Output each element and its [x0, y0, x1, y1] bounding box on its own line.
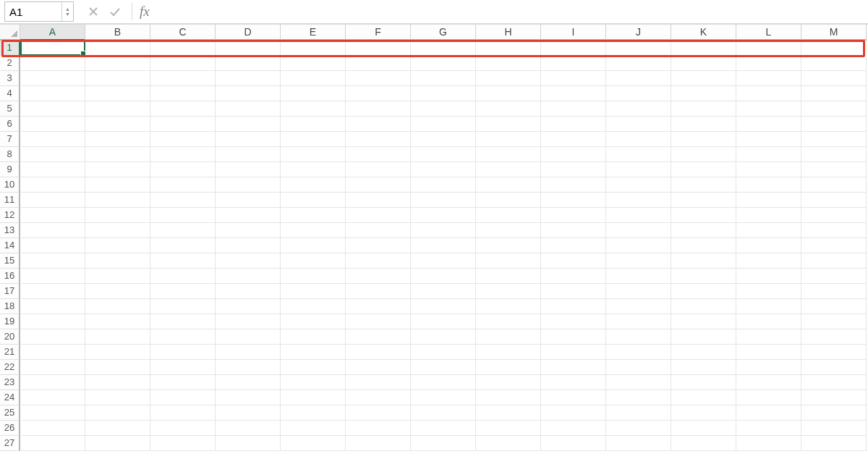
cell-E19[interactable]	[281, 314, 346, 329]
cell-D20[interactable]	[216, 329, 281, 345]
cell-I13[interactable]	[541, 223, 606, 238]
cell-H24[interactable]	[476, 390, 541, 405]
cell-K17[interactable]	[671, 284, 736, 299]
cell-F4[interactable]	[346, 86, 411, 101]
cell-C10[interactable]	[150, 177, 216, 193]
cell-G10[interactable]	[411, 177, 476, 193]
row-header-17[interactable]: 17	[0, 284, 20, 299]
cell-G27[interactable]	[411, 436, 476, 451]
name-box-spinner[interactable]: ▲ ▼	[61, 2, 73, 21]
cell-G18[interactable]	[411, 299, 476, 314]
row-header-27[interactable]: 27	[0, 436, 20, 451]
cell-L14[interactable]	[736, 238, 801, 253]
cell-F15[interactable]	[346, 253, 411, 269]
cell-D25[interactable]	[216, 405, 281, 421]
cell-K16[interactable]	[671, 269, 736, 284]
cell-H20[interactable]	[476, 329, 541, 345]
cell-F21[interactable]	[346, 345, 411, 360]
cell-G2[interactable]	[411, 56, 476, 71]
cell-M27[interactable]	[801, 436, 867, 451]
cell-L18[interactable]	[736, 299, 801, 314]
column-header-H[interactable]: H	[476, 25, 541, 41]
cell-M4[interactable]	[801, 86, 867, 101]
cell-G17[interactable]	[411, 284, 476, 299]
cell-D16[interactable]	[216, 269, 281, 284]
cell-E22[interactable]	[281, 360, 346, 375]
cell-G19[interactable]	[411, 314, 476, 329]
cell-M23[interactable]	[801, 375, 867, 390]
cell-L19[interactable]	[736, 314, 801, 329]
cell-D5[interactable]	[216, 101, 281, 117]
cell-G25[interactable]	[411, 405, 476, 421]
cell-L21[interactable]	[736, 345, 801, 360]
cell-C25[interactable]	[150, 405, 216, 421]
row-header-25[interactable]: 25	[0, 405, 20, 421]
cell-D9[interactable]	[216, 162, 281, 177]
cell-A26[interactable]	[20, 421, 85, 436]
cell-I5[interactable]	[541, 101, 606, 117]
cell-C11[interactable]	[150, 193, 216, 208]
cell-M3[interactable]	[801, 71, 867, 86]
row-header-2[interactable]: 2	[0, 56, 20, 71]
cell-C24[interactable]	[150, 390, 216, 405]
cell-H5[interactable]	[476, 101, 541, 117]
cell-D17[interactable]	[216, 284, 281, 299]
cell-I20[interactable]	[541, 329, 606, 345]
cell-H26[interactable]	[476, 421, 541, 436]
cell-D10[interactable]	[216, 177, 281, 193]
row-header-1[interactable]: 1	[0, 41, 20, 56]
row-header-20[interactable]: 20	[0, 329, 20, 345]
cell-H22[interactable]	[476, 360, 541, 375]
cell-H27[interactable]	[476, 436, 541, 451]
cell-D14[interactable]	[216, 238, 281, 253]
cell-H13[interactable]	[476, 223, 541, 238]
cell-G20[interactable]	[411, 329, 476, 345]
cell-J26[interactable]	[606, 421, 671, 436]
cell-E13[interactable]	[281, 223, 346, 238]
cell-H11[interactable]	[476, 193, 541, 208]
cell-L13[interactable]	[736, 223, 801, 238]
row-header-5[interactable]: 5	[0, 101, 20, 117]
cell-M24[interactable]	[801, 390, 867, 405]
cell-L9[interactable]	[736, 162, 801, 177]
cell-M14[interactable]	[801, 238, 867, 253]
cell-A27[interactable]	[20, 436, 85, 451]
cell-F10[interactable]	[346, 177, 411, 193]
cell-L11[interactable]	[736, 193, 801, 208]
cell-H9[interactable]	[476, 162, 541, 177]
cell-L7[interactable]	[736, 132, 801, 147]
cell-K11[interactable]	[671, 193, 736, 208]
cell-D21[interactable]	[216, 345, 281, 360]
cell-E17[interactable]	[281, 284, 346, 299]
cell-L2[interactable]	[736, 56, 801, 71]
cell-C23[interactable]	[150, 375, 216, 390]
cell-J21[interactable]	[606, 345, 671, 360]
column-header-A[interactable]: A	[20, 25, 85, 41]
cell-E20[interactable]	[281, 329, 346, 345]
cell-D22[interactable]	[216, 360, 281, 375]
cell-I2[interactable]	[541, 56, 606, 71]
cell-A12[interactable]	[20, 208, 85, 223]
column-header-F[interactable]: F	[346, 25, 411, 41]
cell-D13[interactable]	[216, 223, 281, 238]
row-header-11[interactable]: 11	[0, 193, 20, 208]
cell-A4[interactable]	[20, 86, 85, 101]
cell-A22[interactable]	[20, 360, 85, 375]
cell-B9[interactable]	[85, 162, 150, 177]
cell-I25[interactable]	[541, 405, 606, 421]
cell-B10[interactable]	[85, 177, 150, 193]
cell-F1[interactable]	[346, 41, 411, 56]
cell-D2[interactable]	[216, 56, 281, 71]
cell-M1[interactable]	[801, 41, 867, 56]
column-header-B[interactable]: B	[85, 25, 150, 41]
cell-G7[interactable]	[411, 132, 476, 147]
column-header-D[interactable]: D	[216, 25, 281, 41]
cell-K8[interactable]	[671, 147, 736, 162]
cell-D26[interactable]	[216, 421, 281, 436]
cell-L20[interactable]	[736, 329, 801, 345]
cell-H19[interactable]	[476, 314, 541, 329]
cell-A19[interactable]	[20, 314, 85, 329]
cell-I6[interactable]	[541, 117, 606, 132]
row-header-19[interactable]: 19	[0, 314, 20, 329]
cell-H4[interactable]	[476, 86, 541, 101]
